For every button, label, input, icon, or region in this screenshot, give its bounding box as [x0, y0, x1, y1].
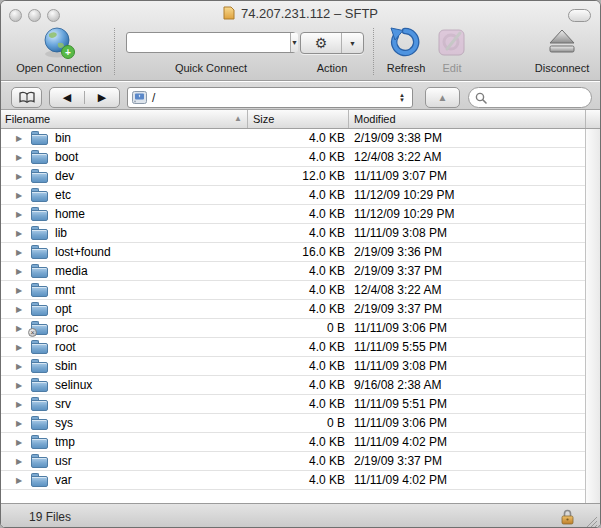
folder-icon	[31, 150, 48, 164]
disclosure-triangle-icon[interactable]: ▶	[16, 438, 25, 447]
table-row[interactable]: ▶bin 4.0 KB 2/19/09 3:38 PM	[1, 129, 587, 148]
column-header-filename[interactable]: Filename ▲	[1, 110, 248, 128]
table-row[interactable]: ▶tmp 4.0 KB 11/11/09 4:02 PM	[1, 433, 587, 452]
file-size: 4.0 KB	[248, 283, 349, 297]
table-row[interactable]: ▶var 4.0 KB 11/11/09 4:02 PM	[1, 471, 587, 490]
toolbar-separator	[114, 28, 115, 75]
disclosure-triangle-icon[interactable]: ▶	[16, 362, 25, 371]
column-header-modified[interactable]: Modified	[349, 110, 586, 128]
quick-connect-combobox[interactable]: ▼	[126, 32, 296, 53]
quick-connect-dropdown-button[interactable]: ▼	[290, 33, 298, 52]
file-size: 4.0 KB	[248, 302, 349, 316]
disclosure-triangle-icon[interactable]: ▶	[16, 248, 25, 257]
refresh-icon[interactable]	[390, 27, 420, 58]
disclosure-triangle-icon[interactable]: ▶	[16, 134, 25, 143]
table-row[interactable]: ▶usr 4.0 KB 2/19/09 3:37 PM	[1, 452, 587, 471]
file-modified: 2/19/09 3:37 PM	[349, 302, 587, 316]
back-button[interactable]: ◀	[50, 91, 85, 104]
folder-icon	[31, 340, 48, 354]
file-name: boot	[55, 150, 78, 164]
file-size: 4.0 KB	[248, 150, 349, 164]
vertical-scrollbar[interactable]	[585, 129, 600, 503]
quick-connect-input[interactable]	[127, 33, 290, 52]
table-row[interactable]: ▶selinux 4.0 KB 9/16/08 2:38 AM	[1, 376, 587, 395]
file-size: 0 B	[248, 321, 349, 335]
file-size: 4.0 KB	[248, 226, 349, 240]
refresh-button[interactable]: Refresh	[375, 62, 437, 74]
table-row[interactable]: ▶boot 4.0 KB 12/4/08 3:22 AM	[1, 148, 587, 167]
forward-arrow-icon: ▶	[98, 91, 106, 104]
book-icon	[17, 91, 37, 104]
disclosure-triangle-icon[interactable]: ▶	[16, 305, 25, 314]
forward-button[interactable]: ▶	[85, 91, 119, 104]
table-row[interactable]: ▶home 4.0 KB 11/12/09 10:29 PM	[1, 205, 587, 224]
file-name: selinux	[55, 378, 92, 392]
chevron-down-icon[interactable]: ▼	[342, 33, 363, 53]
disclosure-triangle-icon[interactable]: ▶	[16, 229, 25, 238]
file-name: etc	[55, 188, 71, 202]
table-row[interactable]: ▶×proc 0 B 11/11/09 3:06 PM	[1, 319, 587, 338]
edit-button: Edit	[434, 62, 470, 74]
file-size: 12.0 KB	[248, 169, 349, 183]
table-row[interactable]: ▶lib 4.0 KB 11/11/09 3:08 PM	[1, 224, 587, 243]
toolbar-toggle-button[interactable]	[568, 9, 591, 22]
file-name: sys	[55, 416, 73, 430]
table-row[interactable]: ▶srv 4.0 KB 11/11/09 5:51 PM	[1, 395, 587, 414]
disclosure-triangle-icon[interactable]: ▶	[16, 286, 25, 295]
folder-icon	[31, 188, 48, 202]
table-row[interactable]: ▶mnt 4.0 KB 12/4/08 3:22 AM	[1, 281, 587, 300]
action-menu-button[interactable]: ⚙ ▼	[300, 32, 364, 54]
file-size: 4.0 KB	[248, 378, 349, 392]
file-modified: 2/19/09 3:36 PM	[349, 245, 587, 259]
bookmarks-button[interactable]	[11, 87, 42, 108]
search-icon	[475, 92, 487, 104]
table-row[interactable]: ▶sys 0 B 11/11/09 3:06 PM	[1, 414, 587, 433]
disconnect-button[interactable]: Disconnect	[526, 62, 598, 74]
folder-icon	[31, 207, 48, 221]
sort-ascending-icon: ▲	[234, 114, 242, 123]
table-row[interactable]: ▶dev 12.0 KB 11/11/09 3:07 PM	[1, 167, 587, 186]
file-name: usr	[55, 454, 72, 468]
file-size: 16.0 KB	[248, 245, 349, 259]
table-row[interactable]: ▶root 4.0 KB 11/11/09 5:55 PM	[1, 338, 587, 357]
file-modified: 11/11/09 3:07 PM	[349, 169, 587, 183]
table-row[interactable]: ▶lost+found 16.0 KB 2/19/09 3:36 PM	[1, 243, 587, 262]
disclosure-triangle-icon[interactable]: ▶	[16, 381, 25, 390]
disclosure-triangle-icon[interactable]: ▶	[16, 191, 25, 200]
resize-grip[interactable]	[585, 515, 598, 528]
disclosure-triangle-icon[interactable]: ▶	[16, 324, 25, 333]
table-row[interactable]: ▶opt 4.0 KB 2/19/09 3:37 PM	[1, 300, 587, 319]
column-header-size[interactable]: Size	[248, 110, 349, 128]
folder-restricted-icon: ×	[31, 321, 48, 335]
table-row[interactable]: ▶media 4.0 KB 2/19/09 3:37 PM	[1, 262, 587, 281]
disclosure-triangle-icon[interactable]: ▶	[16, 476, 25, 485]
action-label: Action	[300, 62, 364, 74]
file-modified: 9/16/08 2:38 AM	[349, 378, 587, 392]
path-popup-button[interactable]: / ▲ ▼	[127, 87, 413, 108]
file-count: 19 Files	[29, 510, 71, 524]
go-up-button[interactable]: ▲	[425, 87, 460, 108]
disclosure-triangle-icon[interactable]: ▶	[16, 153, 25, 162]
disclosure-triangle-icon[interactable]: ▶	[16, 419, 25, 428]
disclosure-triangle-icon[interactable]: ▶	[16, 457, 25, 466]
open-connection-button[interactable]: Open Connection	[7, 62, 111, 74]
gear-icon[interactable]: ⚙	[301, 33, 342, 53]
disclosure-triangle-icon[interactable]: ▶	[16, 267, 25, 276]
volume-drive-icon	[132, 91, 147, 104]
status-bar: 19 Files	[1, 503, 600, 528]
search-input[interactable]	[491, 92, 585, 104]
file-modified: 11/11/09 5:55 PM	[349, 340, 587, 354]
sftp-browser-window: 74.207.231.112 – SFTP + Open Connection …	[0, 0, 601, 528]
proxy-document-icon	[223, 6, 235, 20]
disclosure-triangle-icon[interactable]: ▶	[16, 343, 25, 352]
table-row[interactable]: ▶sbin 4.0 KB 11/11/09 3:08 PM	[1, 357, 587, 376]
no-access-badge-icon: ×	[28, 328, 37, 337]
disclosure-triangle-icon[interactable]: ▶	[16, 172, 25, 181]
disclosure-triangle-icon[interactable]: ▶	[16, 210, 25, 219]
table-row[interactable]: ▶etc 4.0 KB 11/12/09 10:29 PM	[1, 186, 587, 205]
disconnect-eject-icon[interactable]	[547, 28, 577, 56]
open-connection-globe-icon[interactable]: +	[41, 26, 77, 60]
svg-text:+: +	[65, 47, 71, 58]
search-field[interactable]	[468, 87, 592, 108]
disclosure-triangle-icon[interactable]: ▶	[16, 400, 25, 409]
